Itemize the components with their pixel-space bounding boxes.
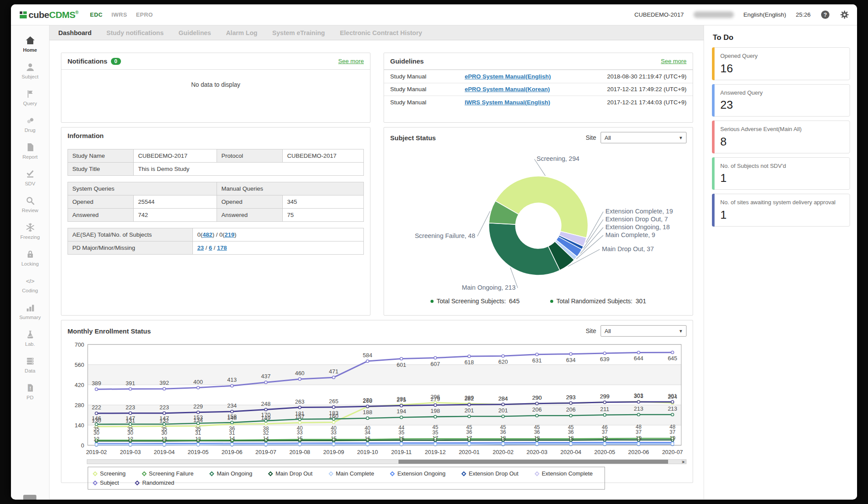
tab-guidelines[interactable]: Guidelines xyxy=(178,29,211,36)
data-point-marker[interactable] xyxy=(231,443,233,446)
legend-item-screening-failure[interactable]: Screening Failure xyxy=(142,470,194,477)
data-point-marker[interactable] xyxy=(231,384,233,387)
data-point-marker[interactable] xyxy=(637,401,640,403)
legend-item-main-ongoing[interactable]: Main Ongoing xyxy=(210,470,252,477)
data-point-marker[interactable] xyxy=(502,403,504,406)
gear-icon[interactable] xyxy=(840,10,849,20)
data-point-marker[interactable] xyxy=(637,351,640,354)
data-point-marker[interactable] xyxy=(468,443,470,445)
data-point-marker[interactable] xyxy=(95,443,98,446)
pd-major-link[interactable]: 23 xyxy=(197,245,204,251)
notifications-see-more-link[interactable]: See more xyxy=(338,58,364,64)
data-point-marker[interactable] xyxy=(671,443,674,445)
data-point-marker[interactable] xyxy=(129,412,132,415)
data-point-marker[interactable] xyxy=(569,443,572,445)
site-dropdown[interactable]: All▼ xyxy=(601,132,687,143)
sidebar-item-report[interactable]: Report xyxy=(11,138,49,164)
legend-item-main-drop-out[interactable]: Main Drop Out xyxy=(269,470,313,477)
monthly-site-dropdown[interactable]: All▼ xyxy=(601,325,687,337)
data-point-marker[interactable] xyxy=(332,406,335,408)
legend-item-screening[interactable]: Screening xyxy=(93,470,126,477)
data-point-marker[interactable] xyxy=(197,411,199,414)
data-point-marker[interactable] xyxy=(129,387,132,390)
legend-item-extension-ongoing[interactable]: Extension Ongoing xyxy=(391,470,445,477)
pd-missing-link[interactable]: 178 xyxy=(217,245,227,251)
scrollbar-right-arrow[interactable]: ▶ xyxy=(681,460,686,464)
data-point-marker[interactable] xyxy=(95,412,98,415)
data-point-marker[interactable] xyxy=(536,353,538,356)
sidebar-item-home[interactable]: Home xyxy=(11,31,49,57)
product-nav-edc[interactable]: EDC xyxy=(90,11,103,18)
data-point-marker[interactable] xyxy=(671,401,674,403)
data-point-marker[interactable] xyxy=(366,443,369,446)
data-point-marker[interactable] xyxy=(502,355,504,357)
data-point-marker[interactable] xyxy=(299,421,301,424)
sidebar-item-sdv[interactable]: SDV xyxy=(11,164,49,191)
data-point-marker[interactable] xyxy=(434,415,437,418)
data-point-marker[interactable] xyxy=(603,414,606,416)
tab-dashboard[interactable]: Dashboard xyxy=(58,29,92,36)
data-point-marker[interactable] xyxy=(434,357,437,359)
data-point-marker[interactable] xyxy=(400,443,403,445)
data-point-marker[interactable] xyxy=(332,376,335,379)
sidebar-item-summary[interactable]: Summary xyxy=(11,298,49,325)
ae-total-link[interactable]: 482 xyxy=(203,231,213,238)
ae-subjects-link[interactable]: 219 xyxy=(224,231,235,238)
data-point-marker[interactable] xyxy=(603,352,606,355)
data-point-marker[interactable] xyxy=(671,413,674,416)
cubecdms-logo[interactable]: cube CDMS ® xyxy=(20,10,78,20)
sidebar-item-pd[interactable]: !PD xyxy=(11,378,49,405)
data-point-marker[interactable] xyxy=(637,443,640,445)
todo-card-serious-adverse-event-main-all[interactable]: Serious Adverse Event(Main All) 8 xyxy=(712,121,850,153)
data-point-marker[interactable] xyxy=(468,355,470,358)
data-point-marker[interactable] xyxy=(163,443,166,446)
data-point-marker[interactable] xyxy=(332,443,335,446)
data-point-marker[interactable] xyxy=(231,421,233,424)
scrollbar-thumb[interactable] xyxy=(398,460,668,464)
sidebar-item-data[interactable]: Data xyxy=(11,351,49,378)
data-point-marker[interactable] xyxy=(163,412,166,415)
legend-item-extension-drop-out[interactable]: Extension Drop Out xyxy=(462,470,518,477)
data-point-marker[interactable] xyxy=(264,408,267,411)
data-point-marker[interactable] xyxy=(264,381,267,383)
donut-slice-main-ongoing[interactable] xyxy=(489,223,560,275)
todo-card-opened-query[interactable]: Opened Query 16 xyxy=(712,47,850,80)
todo-card-answered-query[interactable]: Answered Query 23 xyxy=(712,84,850,117)
data-point-marker[interactable] xyxy=(231,410,233,413)
sidebar-item-review[interactable]: Review xyxy=(11,191,49,218)
data-point-marker[interactable] xyxy=(163,387,166,390)
data-point-marker[interactable] xyxy=(366,405,369,408)
data-point-marker[interactable] xyxy=(197,387,199,389)
data-point-marker[interactable] xyxy=(434,404,437,406)
tab-system-etraining[interactable]: System eTraining xyxy=(272,29,325,36)
data-point-marker[interactable] xyxy=(569,414,572,417)
tab-electronic-contract-history[interactable]: Electronic Contract History xyxy=(340,29,422,36)
data-point-marker[interactable] xyxy=(603,401,606,404)
legend-item-randomized[interactable]: Randomized xyxy=(135,479,174,486)
data-point-marker[interactable] xyxy=(536,414,538,417)
data-point-marker[interactable] xyxy=(400,416,403,419)
data-point-marker[interactable] xyxy=(129,443,132,446)
sidebar-item-drug[interactable]: Drug xyxy=(11,111,49,138)
sidebar-item-lab[interactable]: Lab. xyxy=(11,325,49,351)
data-point-marker[interactable] xyxy=(536,402,538,405)
sidebar-item-locking[interactable]: Locking xyxy=(11,245,49,271)
sidebar-cutoff-item[interactable] xyxy=(23,495,36,500)
data-point-marker[interactable] xyxy=(366,417,369,419)
legend-item-main-complete[interactable]: Main Complete xyxy=(329,470,374,477)
guidelines-see-more-link[interactable]: See more xyxy=(661,58,687,64)
data-point-marker[interactable] xyxy=(400,357,403,360)
data-point-marker[interactable] xyxy=(299,443,301,446)
guideline-manual-link[interactable]: IWRS System Manual(English) xyxy=(465,99,585,106)
data-point-marker[interactable] xyxy=(502,443,504,445)
sidebar-item-freezing[interactable]: Freezing xyxy=(11,218,49,245)
data-point-marker[interactable] xyxy=(603,443,606,445)
data-point-marker[interactable] xyxy=(299,378,301,380)
todo-card-no-of-sites-awaiting-system-de[interactable]: No. of sites awaiting system delivery ap… xyxy=(712,194,850,227)
chart-horizontal-scrollbar[interactable]: ▶ xyxy=(87,459,687,464)
data-point-marker[interactable] xyxy=(468,403,470,406)
tab-alarm-log[interactable]: Alarm Log xyxy=(226,29,257,36)
data-point-marker[interactable] xyxy=(671,351,674,354)
legend-item-subject[interactable]: Subject xyxy=(93,479,119,486)
data-point-marker[interactable] xyxy=(502,415,504,418)
